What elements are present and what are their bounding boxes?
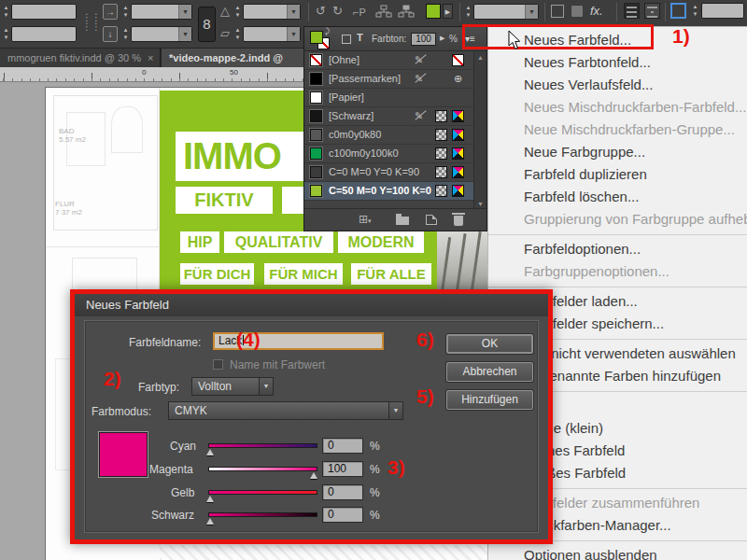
menu-item-duplizieren[interactable]: Farbfeld duplizieren	[488, 163, 747, 186]
cyan-value-field[interactable]: 0	[322, 438, 363, 454]
close-tab-icon[interactable]: ×	[148, 52, 153, 63]
effects-fx-button[interactable]: fx.	[590, 3, 603, 20]
width-icon: →	[103, 4, 118, 20]
menu-item-farbfeldoptionen[interactable]: Farbfeldoptionen...	[488, 238, 747, 260]
menu-item-neues-farbtonfeld[interactable]: Neues Farbtonfeld...	[488, 51, 747, 74]
menu-item-neues-verlaufsfeld[interactable]: Neues Verlaufsfeld...	[488, 74, 747, 96]
tint-value-field[interactable]: 100	[411, 33, 436, 46]
formatting-affects-text-icon[interactable]: T	[357, 32, 363, 43]
magenta-slider[interactable]	[208, 467, 317, 471]
name-with-value-checkbox[interactable]	[213, 359, 223, 370]
swatch-chip	[310, 129, 322, 141]
no-edit-icon: ✎	[415, 73, 427, 85]
fitting-field[interactable]	[701, 3, 744, 19]
gelb-label: Gelb	[171, 486, 194, 499]
delete-swatch-trash-icon[interactable]	[454, 214, 463, 229]
chevron-down-icon: ▼	[259, 378, 273, 395]
swatch-row-ohne[interactable]: [Ohne] ✎	[304, 51, 475, 70]
cmyk-mode-icon	[452, 110, 464, 122]
schwarz-value-field[interactable]: 0	[322, 507, 363, 523]
tint-slider-arrow[interactable]: ▶	[440, 35, 444, 42]
schwarz-slider[interactable]	[208, 512, 317, 517]
y-position-field[interactable]	[11, 26, 77, 42]
tab-video-mappe[interactable]: *video-mappe-2.indd @	[162, 49, 311, 67]
cyan-slider-thumb[interactable]	[206, 449, 214, 455]
shear-stepper[interactable]: ▲▼	[233, 26, 242, 42]
stroke-weight-select[interactable]: ▼	[473, 4, 539, 20]
rotation-select[interactable]: ▼	[243, 4, 301, 20]
text-wrap-around-icon[interactable]	[644, 3, 660, 19]
color-group-icon[interactable]: ⊞▾	[359, 214, 372, 227]
rotate-ccw-icon[interactable]: ↺	[316, 3, 326, 20]
cmyk-mode-icon	[452, 166, 464, 178]
scroll-up-icon[interactable]: ▲	[477, 54, 484, 61]
y-position-stepper[interactable]: ▲▼	[2, 26, 10, 42]
swatch-row-c100m0y100k0[interactable]: c100m0y100k0	[304, 145, 475, 163]
magenta-value-field[interactable]: 100	[322, 461, 363, 477]
fitting-stepper[interactable]: ▲▼	[691, 3, 699, 19]
constrain-proportions-icon[interactable]: ⋮⋮⋮⋮	[82, 13, 101, 32]
flyer-word-box: HIP	[180, 231, 219, 253]
cancel-button[interactable]: Abbrechen	[446, 362, 533, 382]
schwarz-slider-thumb[interactable]	[206, 518, 214, 525]
ok-button[interactable]: OK	[446, 334, 533, 354]
text-wrap-icon[interactable]	[624, 3, 640, 19]
width-stepper[interactable]: ▲▼	[121, 4, 130, 20]
swatch-chip	[310, 91, 322, 104]
rotate-cw-icon[interactable]: ↻	[332, 3, 343, 20]
cyan-slider[interactable]	[208, 443, 317, 448]
shear-select[interactable]: ▼	[243, 26, 301, 42]
flip-horizontal-icon[interactable]: ⌐P	[353, 4, 366, 21]
menu-item-neue-farbgruppe[interactable]: Neue Farbgruppe...	[488, 141, 747, 163]
cmyk-mode-icon	[452, 185, 464, 197]
swatch-list-scrollbar[interactable]: ▲ ▼	[473, 51, 486, 210]
swatch-chip	[310, 185, 322, 197]
divider	[616, 3, 617, 21]
gelb-slider[interactable]	[208, 490, 317, 495]
scroll-down-icon[interactable]: ▼	[477, 201, 484, 207]
magenta-slider-thumb[interactable]	[310, 472, 317, 479]
flyer-word-box: FÜR DICH	[180, 263, 254, 285]
select-container-icon[interactable]	[375, 5, 392, 19]
menu-item-mischdruck-farbfeld: Neues Mischdruckfarben-Farbfeld...	[488, 96, 747, 119]
new-group-folder-icon[interactable]	[396, 214, 409, 228]
fill-proxy-swatch[interactable]	[310, 31, 323, 44]
x-position-stepper[interactable]: ▲▼	[2, 4, 10, 20]
new-swatch-icon[interactable]	[426, 214, 437, 228]
gelb-value-field[interactable]: 0	[322, 484, 363, 500]
stroke-weight-stepper[interactable]: ▲▼	[464, 4, 472, 20]
fill-color-menu-arrow[interactable]: ▶	[443, 4, 453, 19]
frame-fitting-icon[interactable]	[670, 3, 686, 19]
corner-options-icon[interactable]	[551, 5, 564, 18]
menu-item-optionen-ausblenden[interactable]: Optionen ausblenden	[488, 544, 747, 560]
add-button[interactable]: Hinzufügen	[446, 390, 533, 410]
color-type-dropdown[interactable]: Vollton▼	[191, 377, 274, 396]
annotation-2: 2)	[104, 368, 121, 390]
swatch-row-passermarken[interactable]: [Passermarken] ✎ ⊕	[304, 70, 475, 89]
height-select[interactable]: ▼	[131, 26, 192, 42]
annotation-5: 5)	[416, 385, 434, 408]
flyer-word-box: QUALITATIV	[224, 231, 333, 253]
link-dimensions-icon[interactable]: 8	[198, 7, 216, 42]
drop-shadow-icon[interactable]	[571, 5, 584, 18]
swatch-row-schwarz[interactable]: [Schwarz] ✎	[304, 107, 475, 126]
formatting-affects-container-icon[interactable]	[342, 35, 351, 44]
select-content-icon[interactable]	[398, 5, 415, 19]
swatch-row-c0m0y0k80[interactable]: c0m0y0k80	[304, 126, 475, 145]
swatch-row-k90[interactable]: C=0 M=0 Y=0 K=90	[304, 163, 475, 182]
fill-color-swatch[interactable]	[426, 4, 441, 19]
annotation-1: 1)	[672, 25, 690, 48]
swatch-row-papier[interactable]: [Papier]	[304, 89, 475, 107]
divider	[459, 3, 460, 21]
swatch-row-c50-selected[interactable]: C=50 M=0 Y=100 K=0	[304, 182, 475, 201]
color-mode-dropdown[interactable]: CMYK▼	[168, 401, 403, 420]
gelb-slider-thumb[interactable]	[206, 496, 214, 502]
x-position-field[interactable]	[11, 4, 77, 20]
height-stepper[interactable]: ▲▼	[121, 26, 130, 42]
tab-immogruen[interactable]: mmogruen fiktiv.indd @ 30 %×	[0, 49, 161, 67]
swap-fill-stroke-icon[interactable]: ⤸	[325, 27, 330, 36]
width-select[interactable]: ▼	[131, 4, 192, 20]
color-preview-well	[98, 431, 148, 478]
menu-item-loeschen[interactable]: Farbfeld löschen...	[488, 186, 747, 208]
rotation-stepper[interactable]: ▲▼	[233, 4, 242, 20]
